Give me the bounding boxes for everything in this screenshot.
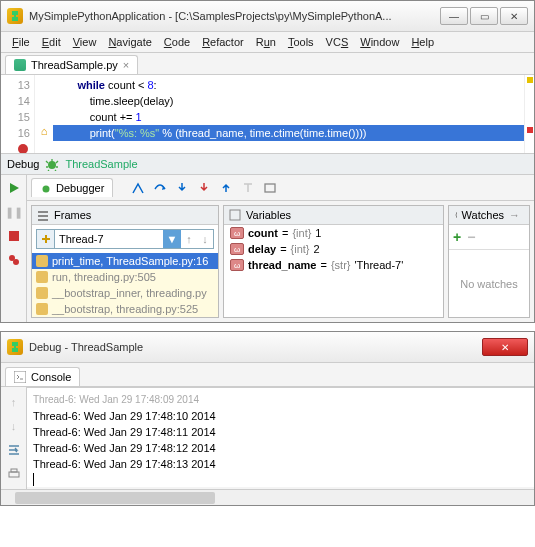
line-no: 14: [3, 93, 30, 109]
watches-title: Watches: [462, 209, 504, 221]
line-no: 15: [3, 109, 30, 125]
svg-point-10: [456, 211, 457, 219]
thread-icon: [37, 230, 55, 248]
cursor: [33, 473, 34, 486]
console-line: Thread-6: Wed Jan 29 17:48:11 2014: [33, 424, 528, 440]
line-no: 16: [3, 125, 30, 153]
titlebar[interactable]: Debug - ThreadSample ✕: [1, 332, 534, 363]
menu-code[interactable]: Code: [159, 34, 195, 50]
variable-row[interactable]: ωcount = {int} 1: [224, 225, 443, 241]
view-breakpoints-button[interactable]: [5, 251, 23, 269]
frame-icon: [36, 271, 48, 283]
stack-frame[interactable]: __bootstrap, threading.py:525: [32, 301, 218, 317]
scrollbar-thumb[interactable]: [15, 492, 215, 504]
stop-button[interactable]: [5, 227, 23, 245]
var-badge-icon: ω: [230, 227, 244, 239]
close-button[interactable]: ✕: [500, 7, 528, 25]
close-button[interactable]: ✕: [482, 338, 528, 356]
debug-toolwindow-header[interactable]: Debug ThreadSample: [1, 153, 534, 175]
console-window: Debug - ThreadSample ✕ Console ↑ ↓ Threa…: [0, 331, 535, 506]
warning-marker[interactable]: [527, 77, 533, 83]
close-tab-icon[interactable]: ×: [123, 59, 129, 71]
variables-icon: [229, 209, 241, 221]
bug-icon: [45, 157, 59, 171]
menu-help[interactable]: Help: [406, 34, 439, 50]
current-line: print("%s: %s" % (thread_name, time.ctim…: [53, 125, 524, 141]
menu-refactor[interactable]: Refactor: [197, 34, 249, 50]
call-stack[interactable]: print_time, ThreadSample.py:16 run, thre…: [32, 253, 218, 317]
remove-watch-button[interactable]: −: [467, 229, 475, 245]
horizontal-scrollbar[interactable]: [1, 489, 534, 505]
file-tab-label: ThreadSample.py: [31, 59, 118, 71]
force-step-into-button[interactable]: [195, 179, 213, 197]
next-frame-button[interactable]: ↓: [197, 230, 213, 248]
breakpoint-icon[interactable]: [18, 144, 28, 153]
file-tab[interactable]: ThreadSample.py ×: [5, 55, 138, 74]
step-into-button[interactable]: [173, 179, 191, 197]
svg-rect-5: [265, 184, 275, 192]
evaluate-button[interactable]: [261, 179, 279, 197]
menu-file[interactable]: File: [7, 34, 35, 50]
console-output[interactable]: Thread-6: Wed Jan 29 17:48:09 2014 Threa…: [27, 387, 534, 487]
scroll-up-button[interactable]: ↑: [5, 393, 23, 411]
menu-view[interactable]: View: [68, 34, 102, 50]
code-editor[interactable]: 13 14 15 16 ⌂ while count < 8: time.slee…: [1, 75, 534, 153]
soft-wrap-button[interactable]: [5, 441, 23, 459]
console-icon: [14, 371, 26, 383]
frame-icon: [36, 287, 48, 299]
dropdown-icon[interactable]: ▼: [163, 230, 181, 248]
variable-row[interactable]: ωdelay = {int} 2: [224, 241, 443, 257]
pause-button[interactable]: ❚❚: [5, 203, 23, 221]
console-line: Thread-6: Wed Jan 29 17:48:10 2014: [33, 408, 528, 424]
gutter[interactable]: 13 14 15 16: [1, 75, 35, 153]
menu-vcs[interactable]: VCS: [321, 34, 354, 50]
console-body: ↑ ↓ Thread-6: Wed Jan 29 17:48:09 2014 T…: [1, 387, 534, 489]
step-over-button[interactable]: [151, 179, 169, 197]
svg-rect-1: [9, 231, 19, 241]
gutter-marks: ⌂: [35, 75, 53, 153]
svg-rect-7: [38, 215, 48, 217]
menu-tools[interactable]: Tools: [283, 34, 319, 50]
variables-title: Variables: [246, 209, 291, 221]
menu-navigate[interactable]: Navigate: [103, 34, 156, 50]
debug-side-toolbar: ❚❚: [1, 175, 27, 322]
add-watch-button[interactable]: +: [453, 229, 461, 245]
debug-body: ❚❚ Debugger Frames: [1, 175, 534, 322]
variables-pane: Variables ωcount = {int} 1 ωdelay = {int…: [223, 205, 444, 318]
code-area[interactable]: while count < 8: time.sleep(delay) count…: [53, 75, 524, 153]
thread-name: Thread-7: [55, 231, 163, 247]
svg-point-0: [48, 161, 56, 169]
svg-rect-13: [9, 472, 19, 477]
run-config-name[interactable]: ThreadSample: [65, 158, 137, 170]
show-execution-point-button[interactable]: [129, 179, 147, 197]
stack-frame[interactable]: __bootstrap_inner, threading.py: [32, 285, 218, 301]
hide-pane-icon[interactable]: →: [509, 209, 524, 221]
variable-row[interactable]: ωthread_name = {str} 'Thread-7': [224, 257, 443, 273]
debugger-tab[interactable]: Debugger: [31, 178, 113, 197]
console-tab[interactable]: Console: [5, 367, 80, 386]
error-marker[interactable]: [527, 127, 533, 133]
stack-frame[interactable]: print_time, ThreadSample.py:16: [32, 253, 218, 269]
var-badge-icon: ω: [230, 243, 244, 255]
minimize-button[interactable]: —: [440, 7, 468, 25]
stack-frame[interactable]: run, threading.py:505: [32, 269, 218, 285]
menu-window[interactable]: Window: [355, 34, 404, 50]
frames-icon: [37, 209, 49, 221]
console-line: Thread-6: Wed Jan 29 17:48:13 2014: [33, 456, 528, 472]
step-out-button[interactable]: [217, 179, 235, 197]
svg-rect-12: [14, 371, 26, 383]
scroll-down-button[interactable]: ↓: [5, 417, 23, 435]
console-side-toolbar: ↑ ↓: [1, 387, 27, 489]
error-stripe[interactable]: [524, 75, 534, 153]
titlebar[interactable]: MySimplePythonApplication - [C:\SamplesP…: [1, 1, 534, 32]
menu-run[interactable]: Run: [251, 34, 281, 50]
svg-rect-14: [11, 469, 17, 472]
menu-edit[interactable]: Edit: [37, 34, 66, 50]
print-button[interactable]: [5, 465, 23, 483]
resume-button[interactable]: [5, 179, 23, 197]
prev-frame-button[interactable]: ↑: [181, 230, 197, 248]
thread-selector[interactable]: Thread-7 ▼ ↑ ↓: [36, 229, 214, 249]
maximize-button[interactable]: ▭: [470, 7, 498, 25]
svg-point-4: [43, 186, 50, 193]
run-to-cursor-button[interactable]: [239, 179, 257, 197]
